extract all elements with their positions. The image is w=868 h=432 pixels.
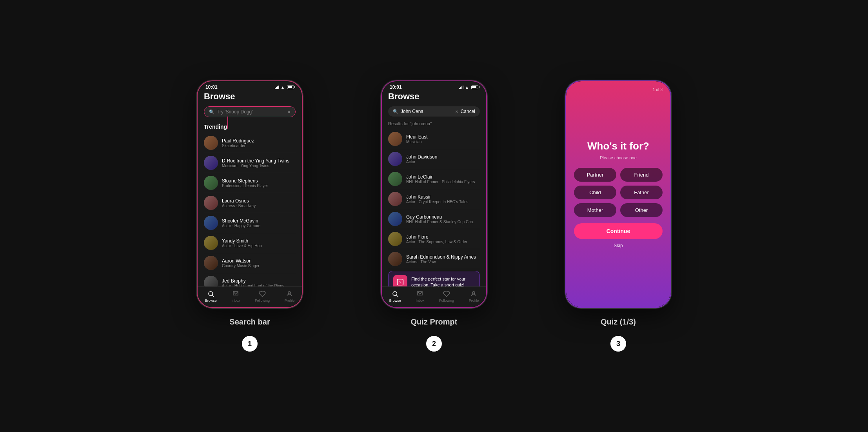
avatar <box>204 156 218 170</box>
person-item[interactable]: John Davidson Actor <box>388 149 480 169</box>
bottom-nav-2: Browse Inbox Following <box>382 286 486 307</box>
phone-3-screen: 10:01 ▲ Browse <box>566 81 670 307</box>
person-item[interactable]: John Kassir Actor · Crypt Keeper in HBO'… <box>388 189 480 209</box>
person-item[interactable]: Fleur East Musician <box>388 129 480 149</box>
nav-browse-2[interactable]: Browse <box>389 290 401 303</box>
svg-point-2 <box>288 292 291 294</box>
avatar <box>204 136 218 150</box>
person-info: Fleur East Musician <box>406 134 480 144</box>
quiz-prompt-banner[interactable]: ? Find the perfect star for your occasio… <box>388 271 480 286</box>
quiz-counter: 1 of 3 <box>653 87 663 92</box>
person-role: Actors · The Vow <box>406 260 480 264</box>
nav-profile-label-2: Profile <box>469 299 479 303</box>
profile-nav-icon <box>285 290 293 298</box>
quiz-icon: ? <box>393 275 407 286</box>
wifi-icon-1: ▲ <box>281 85 285 89</box>
person-item[interactable]: Sloane Stephens Professional Tennis Play… <box>204 173 296 193</box>
search-clear-1[interactable]: ✕ <box>287 110 291 114</box>
person-name: John Kassir <box>406 194 480 200</box>
svg-point-0 <box>209 292 213 296</box>
nav-following-label-1: Following <box>255 299 270 303</box>
profile-nav-icon-2 <box>470 290 478 298</box>
person-item[interactable]: Jed Brophy Actor · Hobbit and Lord of th… <box>204 273 296 286</box>
quiz-options: Partner Friend Child Father Mother Other <box>574 168 663 217</box>
phone-1-content: Browse 🔍 Try 'Snoop Dogg' ✕ Trending <box>198 91 302 286</box>
person-info: Sloane Stephens Professional Tennis Play… <box>222 178 296 188</box>
results-title-2: Results for "john cena" <box>388 121 480 126</box>
person-role: Skateboarder <box>222 144 296 148</box>
person-item[interactable]: Aaron Watson Country Music Singer <box>204 253 296 273</box>
phone-1-screen: 10:01 ▲ Browse <box>198 81 302 307</box>
person-role: Actor · Happy Gilmore <box>222 224 296 228</box>
person-name: Jed Brophy <box>222 278 296 284</box>
phone-2-screen: 10:01 ▲ Browse <box>382 81 486 307</box>
person-name: Sarah Edmondson & Nippy Ames <box>406 254 480 260</box>
nav-inbox-label-2: Inbox <box>416 299 424 303</box>
person-item[interactable]: John Fiore Actor · The Sopranos, Law & O… <box>388 229 480 249</box>
person-info: John Davidson Actor <box>406 154 480 164</box>
person-info: John Kassir Actor · Crypt Keeper in HBO'… <box>406 194 480 204</box>
quiz-banner-text: Find the perfect star for your occasion.… <box>411 276 475 286</box>
person-item[interactable]: Guy Carbonneau NHL Hall of Famer & Stanl… <box>388 209 480 229</box>
battery-icon-2 <box>471 86 478 89</box>
person-item[interactable]: Yandy Smith Actor · Love & Hip Hop <box>204 233 296 253</box>
status-time-1: 10:01 <box>205 84 218 90</box>
quiz-option-father[interactable]: Father <box>620 186 663 199</box>
step-circle-1: 1 <box>242 336 258 352</box>
person-info: Aaron Watson Country Music Singer <box>222 258 296 268</box>
quiz-subtitle: Please choose one <box>600 155 637 160</box>
browse-title-2: Browse <box>388 91 480 102</box>
person-name: John Fiore <box>406 234 480 240</box>
avatar <box>388 172 402 186</box>
svg-text:?: ? <box>399 280 401 284</box>
quiz-option-child[interactable]: Child <box>574 186 616 199</box>
avatar <box>388 232 402 246</box>
person-info: Guy Carbonneau NHL Hall of Famer & Stanl… <box>406 214 480 224</box>
following-nav-icon-2 <box>443 290 450 298</box>
screen-label-2: Quiz Prompt <box>411 317 458 326</box>
search-bar-1[interactable]: 🔍 Try 'Snoop Dogg' ✕ <box>204 106 296 117</box>
person-item[interactable]: D-Roc from the Ying Yang Twins Musician … <box>204 153 296 173</box>
quiz-option-other[interactable]: Other <box>620 203 663 217</box>
quiz-option-mother[interactable]: Mother <box>574 203 616 217</box>
nav-following-1[interactable]: Following <box>255 290 270 303</box>
person-role: Country Music Singer <box>222 264 296 268</box>
person-info: Laura Osnes Actress · Broadway <box>222 198 296 208</box>
quiz-option-friend[interactable]: Friend <box>620 168 663 182</box>
quiz-continue-button[interactable]: Continue <box>574 223 663 239</box>
person-item[interactable]: Shooter McGavin Actor · Happy Gilmore <box>204 213 296 233</box>
nav-following-label-2: Following <box>439 299 454 303</box>
person-item[interactable]: Laura Osnes Actress · Broadway <box>204 193 296 213</box>
avatar <box>388 192 402 206</box>
nav-browse-1[interactable]: Browse <box>205 290 217 303</box>
search-icon-1: 🔍 <box>209 109 214 115</box>
svg-point-5 <box>393 292 397 296</box>
search-clear-2[interactable]: ✕ <box>455 109 458 114</box>
status-bar-2: 10:01 ▲ <box>382 81 486 91</box>
browse-nav-icon-2 <box>391 290 399 298</box>
screen-label-1: Search bar <box>229 317 270 326</box>
nav-following-2[interactable]: Following <box>439 290 454 303</box>
person-role: Actor · Crypt Keeper in HBO's Tales <box>406 200 480 204</box>
person-name: Yandy Smith <box>222 238 296 244</box>
quiz-option-partner[interactable]: Partner <box>574 168 616 182</box>
nav-profile-2[interactable]: Profile <box>469 290 479 303</box>
nav-inbox-1[interactable]: Inbox <box>231 290 240 303</box>
screen-2-wrapper: 10:01 ▲ Browse <box>381 80 487 352</box>
avatar <box>388 212 402 226</box>
nav-profile-1[interactable]: Profile <box>285 290 295 303</box>
person-name: Guy Carbonneau <box>406 214 480 220</box>
search-bar-2[interactable]: 🔍 John Cena ✕ Cancel <box>388 106 480 117</box>
person-role: Musician · Ying Yang Twins <box>222 164 296 168</box>
cancel-btn-2[interactable]: Cancel <box>461 109 475 114</box>
person-item[interactable]: John LeClair NHL Hall of Famer · Philade… <box>388 169 480 189</box>
svg-point-7 <box>472 292 475 294</box>
nav-inbox-2[interactable]: Inbox <box>416 290 424 303</box>
avatar <box>204 256 218 270</box>
screen-label-3: Quiz (1/3) <box>601 317 636 326</box>
screen-1-wrapper: 10:01 ▲ Browse <box>197 80 303 352</box>
quiz-skip-button[interactable]: Skip <box>614 243 623 248</box>
person-role: Actress · Broadway <box>222 204 296 208</box>
person-item[interactable]: Paul Rodriguez Skateboarder <box>204 133 296 153</box>
person-item[interactable]: Sarah Edmondson & Nippy Ames Actors · Th… <box>388 249 480 269</box>
